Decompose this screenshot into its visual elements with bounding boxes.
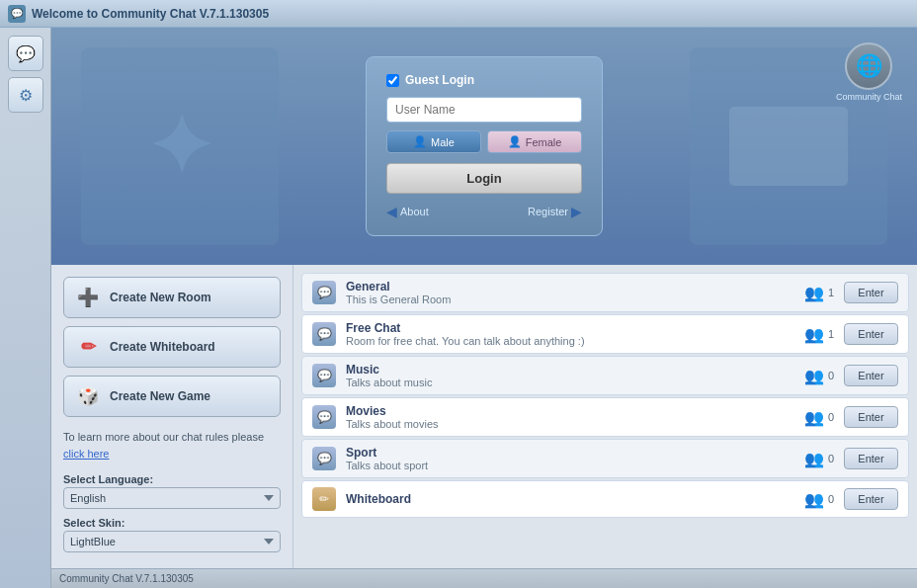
guest-checkbox[interactable] <box>386 74 399 87</box>
banner-left-panel: ✦ <box>81 47 279 245</box>
login-button[interactable]: Login <box>386 163 582 194</box>
room-icon-movies: 💬 <box>312 405 336 429</box>
about-link[interactable]: ◀ About <box>386 204 429 219</box>
room-icon-music: 💬 <box>312 364 336 387</box>
app-icon: 💬 <box>8 5 26 23</box>
user-count-whiteboard: 0 <box>828 493 834 505</box>
community-chat-label: Community Chat <box>836 92 902 102</box>
enter-button-movies[interactable]: Enter <box>844 406 898 428</box>
community-chat-icon-area: 🌐 Community Chat <box>836 42 902 102</box>
register-link[interactable]: Register ▶ <box>528 204 582 219</box>
user-count-music: 0 <box>828 370 834 381</box>
left-panel: ➕ Create New Room ✏ Create Whiteboard 🎲 … <box>51 265 293 568</box>
user-icon-free-chat: 👥 <box>804 325 824 344</box>
language-dropdown[interactable]: English Spanish French German <box>63 487 281 509</box>
username-input[interactable] <box>386 97 582 123</box>
room-name-free-chat: Free Chat <box>346 321 785 335</box>
create-new-room-button[interactable]: ➕ Create New Room <box>63 277 281 318</box>
user-icon-sport: 👥 <box>804 450 824 468</box>
about-arrow-icon: ◀ <box>386 204 397 219</box>
sidebar-chat-button[interactable]: 💬 <box>8 36 43 71</box>
language-select-label: Select Language: <box>63 473 281 485</box>
banner-watermark-left: ✦ <box>147 101 213 193</box>
room-users-movies: 👥 0 <box>794 408 834 427</box>
enter-button-general[interactable]: Enter <box>844 282 898 303</box>
create-whiteboard-icon: ✏ <box>74 333 102 361</box>
user-count-movies: 0 <box>828 411 834 423</box>
title-bar: 💬 Welcome to Community Chat V.7.1.130305 <box>0 0 917 28</box>
room-name-movies: Movies <box>346 404 785 418</box>
room-list: 💬 General This is General Room 👥 1 Enter… <box>293 265 917 568</box>
room-row-free-chat: 💬 Free Chat Room for free chat. You can … <box>301 314 909 354</box>
room-users-whiteboard: 👥 0 <box>794 490 834 509</box>
male-label: Male <box>431 136 455 148</box>
enter-button-free-chat[interactable]: Enter <box>844 323 898 345</box>
room-info-free-chat: Free Chat Room for free chat. You can ta… <box>346 321 785 347</box>
gender-row: 👤 Male 👤 Female <box>386 130 582 153</box>
room-icon-whiteboard: ✏ <box>312 487 336 511</box>
enter-button-music[interactable]: Enter <box>844 365 898 386</box>
female-icon: 👤 <box>508 135 522 148</box>
room-icon-free-chat: 💬 <box>312 322 336 346</box>
room-row-movies: 💬 Movies Talks about movies 👥 0 Enter <box>301 397 909 437</box>
skin-select-group: Select Skin: LightBlue Default Dark <box>63 517 281 552</box>
room-row-general: 💬 General This is General Room 👥 1 Enter <box>301 273 909 312</box>
register-label: Register <box>528 206 568 217</box>
room-users-free-chat: 👥 1 <box>794 325 834 344</box>
room-desc-movies: Talks about movies <box>346 418 785 430</box>
sidebar-settings-button[interactable]: ⚙ <box>8 77 43 113</box>
banner: ✦ 🔑 Guest Login <box>51 28 917 265</box>
room-info-whiteboard: Whiteboard <box>346 492 785 506</box>
about-label: About <box>400 206 429 217</box>
community-chat-symbol: 🌐 <box>856 53 882 79</box>
user-icon-whiteboard: 👥 <box>804 490 824 509</box>
room-row-music: 💬 Music Talks about music 👥 0 Enter <box>301 356 909 395</box>
language-select-group: Select Language: English Spanish French … <box>63 473 281 509</box>
create-room-icon: ➕ <box>74 284 102 311</box>
user-count-sport: 0 <box>828 453 834 464</box>
user-icon-music: 👥 <box>804 367 824 385</box>
room-icon-general: 💬 <box>312 281 336 304</box>
user-icon-general: 👥 <box>804 284 824 302</box>
user-count-free-chat: 1 <box>828 328 834 340</box>
rules-link[interactable]: click here <box>63 448 109 460</box>
nav-row: ◀ About Register ▶ <box>386 204 582 219</box>
create-room-label: Create New Room <box>110 291 211 304</box>
room-info-movies: Movies Talks about movies <box>346 404 785 430</box>
content-area: ✦ 🔑 Guest Login <box>51 28 917 588</box>
enter-button-sport[interactable]: Enter <box>844 448 898 469</box>
title-bar-text: Welcome to Community Chat V.7.1.130305 <box>32 7 269 21</box>
community-chat-circle: 🌐 <box>845 42 892 90</box>
create-game-label: Create New Game <box>110 389 210 403</box>
room-row-sport: 💬 Sport Talks about sport 👥 0 Enter <box>301 439 909 478</box>
room-name-music: Music <box>346 363 785 377</box>
login-box: Guest Login 👤 Male 👤 Female Login <box>366 56 603 236</box>
create-whiteboard-label: Create Whiteboard <box>110 340 215 354</box>
skin-select-label: Select Skin: <box>63 517 281 529</box>
room-name-sport: Sport <box>346 446 785 460</box>
user-icon-movies: 👥 <box>804 408 824 427</box>
guest-label: Guest Login <box>405 73 474 87</box>
banner-right-inner <box>729 107 848 186</box>
guest-login-row: Guest Login <box>386 73 582 87</box>
main-container: 💬 ⚙ ✦ 🔑 <box>0 28 917 588</box>
room-users-general: 👥 1 <box>794 284 834 302</box>
room-desc-general: This is General Room <box>346 294 785 305</box>
create-whiteboard-button[interactable]: ✏ Create Whiteboard <box>63 326 281 368</box>
enter-button-whiteboard[interactable]: Enter <box>844 488 898 510</box>
create-new-game-button[interactable]: 🎲 Create New Game <box>63 376 281 417</box>
status-bar-text: Community Chat V.7.1.130305 <box>59 573 194 584</box>
male-gender-button[interactable]: 👤 Male <box>386 130 481 153</box>
room-icon-sport: 💬 <box>312 447 336 470</box>
room-users-music: 👥 0 <box>794 367 834 385</box>
room-desc-free-chat: Room for free chat. You can talk about a… <box>346 335 785 347</box>
rules-text: To learn more about our chat rules pleas… <box>63 425 281 465</box>
room-name-whiteboard: Whiteboard <box>346 492 785 506</box>
female-gender-button[interactable]: 👤 Female <box>487 130 582 153</box>
room-info-general: General This is General Room <box>346 280 785 305</box>
female-label: Female <box>526 136 562 148</box>
skin-dropdown[interactable]: LightBlue Default Dark <box>63 531 281 552</box>
status-bar: Community Chat V.7.1.130305 <box>51 568 917 588</box>
room-name-general: General <box>346 280 785 294</box>
room-desc-sport: Talks about sport <box>346 460 785 471</box>
